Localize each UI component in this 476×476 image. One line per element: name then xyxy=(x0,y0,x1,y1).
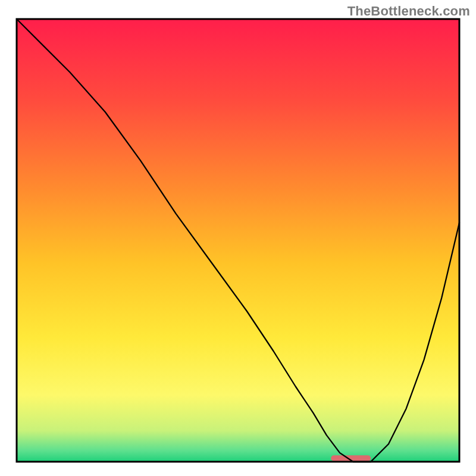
chart-background xyxy=(17,19,459,462)
watermark-label: TheBottleneck.com xyxy=(347,4,470,19)
chart-svg xyxy=(0,0,476,476)
chart-container: TheBottleneck.com xyxy=(0,0,476,476)
